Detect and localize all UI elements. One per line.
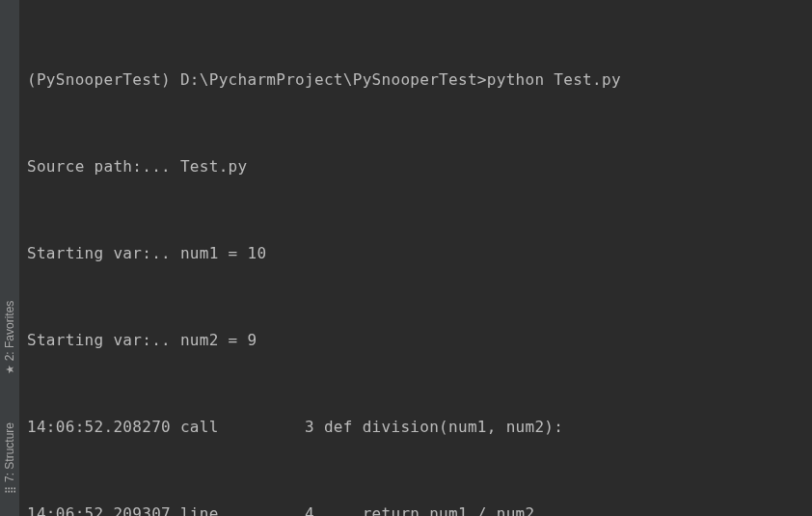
console-line: 14:06:52.209307 line 4 return num1 / num… — [27, 500, 804, 516]
console-line: Source path:... Test.py — [27, 152, 804, 181]
console-line: Starting var:.. num2 = 9 — [27, 326, 804, 355]
console-line: (PySnooperTest) D:\PycharmProject\PySnoo… — [27, 66, 804, 95]
terminal-output[interactable]: (PySnooperTest) D:\PycharmProject\PySnoo… — [27, 8, 804, 508]
favorites-tab-label: 2: Favorites — [3, 301, 16, 362]
console-line: Starting var:.. num1 = 10 — [27, 239, 804, 268]
structure-tool-window-tab[interactable]: ⣿ 7: Structure — [0, 405, 19, 511]
structure-icon: ⣿ — [5, 486, 15, 494]
tool-window-tab-bar: ★ 2: Favorites ⣿ 7: Structure — [0, 0, 20, 516]
console-line: 14:06:52.208270 call 3 def division(num1… — [27, 413, 804, 442]
structure-tab-label: 7: Structure — [3, 422, 16, 482]
favorites-tool-window-tab[interactable]: ★ 2: Favorites — [0, 289, 19, 386]
star-icon: ★ — [5, 365, 15, 374]
ide-frame: ★ 2: Favorites ⣿ 7: Structure (PySnooper… — [0, 0, 812, 516]
